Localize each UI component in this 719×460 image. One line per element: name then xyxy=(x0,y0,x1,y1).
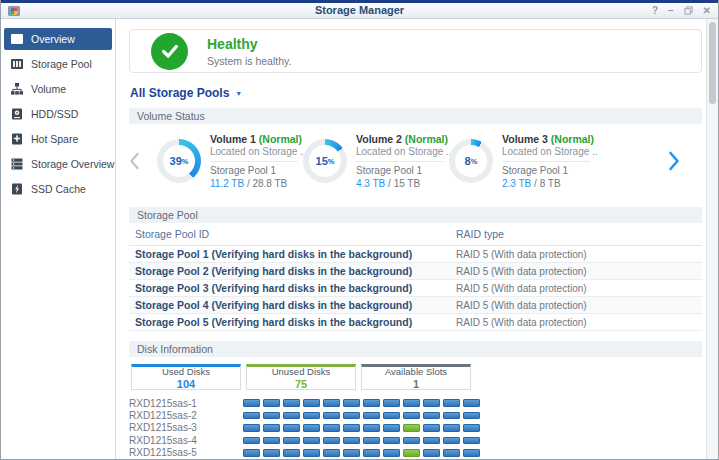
storage-pool-filter-label: All Storage Pools xyxy=(130,86,229,100)
sidebar-item-label: Hot Spare xyxy=(31,133,78,145)
volume-name: Volume 2 xyxy=(356,133,402,145)
disk-slot-used xyxy=(283,437,300,445)
main-content: Healthy System is healthy. All Storage P… xyxy=(116,19,718,459)
help-icon[interactable]: ? xyxy=(652,3,658,18)
divider xyxy=(210,161,298,162)
sidebar-item-label: Storage Overview xyxy=(31,158,114,170)
volume-name-row: Volume 3 (Normal) xyxy=(502,133,598,145)
volume-usage-percent: 39% xyxy=(163,145,195,177)
window-title: Storage Manager xyxy=(1,3,718,18)
storage-pool-table-header: Storage Pool ID RAID type xyxy=(129,223,702,246)
sidebar-item-storage-overview[interactable]: Storage Overview xyxy=(4,153,112,175)
enclosure-name: RXD1215sas-3 xyxy=(129,422,243,433)
volume-status-section-header: Volume Status xyxy=(129,108,702,124)
disk-slot-grid xyxy=(243,449,480,457)
storage-pool-id: Storage Pool 1 (Verifying hard disks in … xyxy=(129,248,456,260)
carousel-prev-icon[interactable] xyxy=(129,152,143,170)
stat-value: 75 xyxy=(295,378,307,390)
volume-usage-donut: 15% xyxy=(303,139,347,183)
health-card: Healthy System is healthy. xyxy=(129,29,702,73)
sidebar-item-hdd-ssd[interactable]: HDD/SSD xyxy=(4,103,112,125)
maximize-icon[interactable] xyxy=(684,6,693,15)
volume-used: 2.3 TB xyxy=(502,178,531,189)
volume-card-1[interactable]: 39%Volume 1 (Normal)Located on Storage .… xyxy=(157,133,289,189)
window-titlebar[interactable]: Storage Manager ? – ✕ xyxy=(1,3,718,19)
disk-slot-used xyxy=(403,412,420,420)
disk-slot-used xyxy=(463,399,480,407)
stat-card-used-disks: Used Disks104 xyxy=(131,364,241,390)
storage-overview-icon xyxy=(10,157,24,171)
hot-spare-icon xyxy=(10,132,24,146)
volume-usage-text: 4.3 TB / 15 TB xyxy=(356,178,452,189)
stat-value: 1 xyxy=(413,378,419,390)
stat-label: Available Slots xyxy=(385,366,447,377)
sidebar-item-hot-spare[interactable]: Hot Spare xyxy=(4,128,112,150)
scrollbar-thumb[interactable] xyxy=(709,22,716,104)
table-row[interactable]: Storage Pool 4 (Verifying hard disks in … xyxy=(129,297,702,314)
storage-pool-id: Storage Pool 5 (Verifying hard disks in … xyxy=(129,316,456,328)
volume-info: Volume 1 (Normal)Located on Storage ...S… xyxy=(210,133,306,189)
volume-card-3[interactable]: 8%Volume 3 (Normal)Located on Storage ..… xyxy=(449,133,581,189)
disk-slot-used xyxy=(343,399,360,407)
disk-slot-used xyxy=(363,412,380,420)
enclosure-name: RXD1215sas-5 xyxy=(129,447,243,458)
table-row[interactable]: Storage Pool 5 (Verifying hard disks in … xyxy=(129,314,702,331)
ssd-cache-icon xyxy=(10,182,24,196)
disk-slot-used xyxy=(443,449,460,457)
volume-used: 4.3 TB xyxy=(356,178,385,189)
chevron-down-icon: ▼ xyxy=(235,90,242,97)
percent-sign: % xyxy=(182,157,189,166)
disk-slot-used xyxy=(263,399,280,407)
table-row[interactable]: Storage Pool 1 (Verifying hard disks in … xyxy=(129,246,702,263)
storage-pool-filter-dropdown[interactable]: All Storage Pools ▼ xyxy=(130,86,242,100)
volume-usage-donut: 39% xyxy=(157,139,201,183)
disk-slot-used xyxy=(283,449,300,457)
storage-pool-icon xyxy=(10,57,24,71)
table-row[interactable]: Storage Pool 3 (Verifying hard disks in … xyxy=(129,280,702,297)
sidebar-item-label: Volume xyxy=(31,83,66,95)
disk-slot-used xyxy=(263,449,280,457)
sidebar-item-ssd-cache[interactable]: SSD Cache xyxy=(4,178,112,200)
volume-name-row: Volume 1 (Normal) xyxy=(210,133,306,145)
volume-location: Located on Storage ... xyxy=(356,146,452,157)
disk-slot-used xyxy=(363,437,380,445)
storage-pool-table-body: Storage Pool 1 (Verifying hard disks in … xyxy=(129,246,702,331)
volume-info: Volume 3 (Normal)Located on Storage ...S… xyxy=(502,133,598,189)
minimize-icon[interactable]: – xyxy=(668,3,674,18)
disk-slot-used xyxy=(423,437,440,445)
disk-slot-used xyxy=(323,437,340,445)
volume-icon xyxy=(10,82,24,96)
disk-slot-grid xyxy=(243,412,480,420)
volume-pool: Storage Pool 1 xyxy=(356,165,452,176)
disk-slot-used xyxy=(243,399,260,407)
disk-slot-used xyxy=(363,424,380,432)
health-description: System is healthy. xyxy=(207,55,291,67)
disk-slot-used xyxy=(443,412,460,420)
sidebar-item-volume[interactable]: Volume xyxy=(4,78,112,100)
enclosure-list: RXD1215sas-1RXD1215sas-2RXD1215sas-3RXD1… xyxy=(129,397,702,459)
vertical-scrollbar[interactable] xyxy=(706,19,718,459)
volume-card-2[interactable]: 15%Volume 2 (Normal)Located on Storage .… xyxy=(303,133,435,189)
carousel-next-icon[interactable] xyxy=(668,151,680,171)
sidebar-item-overview[interactable]: Overview xyxy=(4,28,112,50)
close-icon[interactable]: ✕ xyxy=(703,3,711,18)
enclosure-row: RXD1215sas-1 xyxy=(129,397,702,409)
disk-slot-used xyxy=(243,412,260,420)
storage-pool-id: Storage Pool 2 (Verifying hard disks in … xyxy=(129,265,456,277)
percent-sign: % xyxy=(328,157,335,166)
sidebar-item-label: Storage Pool xyxy=(31,58,92,70)
table-row[interactable]: Storage Pool 2 (Verifying hard disks in … xyxy=(129,263,702,280)
disk-slot-used xyxy=(303,412,320,420)
storage-manager-app-icon xyxy=(7,4,21,18)
sidebar-item-label: HDD/SSD xyxy=(31,108,78,120)
sidebar-item-storage-pool[interactable]: Storage Pool xyxy=(4,53,112,75)
sidebar-item-label: SSD Cache xyxy=(31,183,86,195)
volume-location: Located on Storage ... xyxy=(502,146,598,157)
usage-separator: / xyxy=(385,178,393,189)
divider xyxy=(356,161,444,162)
disk-slot-used xyxy=(383,424,400,432)
stat-card-unused-disks: Unused Disks75 xyxy=(246,364,356,390)
disk-slot-used xyxy=(323,449,340,457)
disk-slot-used xyxy=(343,437,360,445)
disk-slot-used xyxy=(423,399,440,407)
